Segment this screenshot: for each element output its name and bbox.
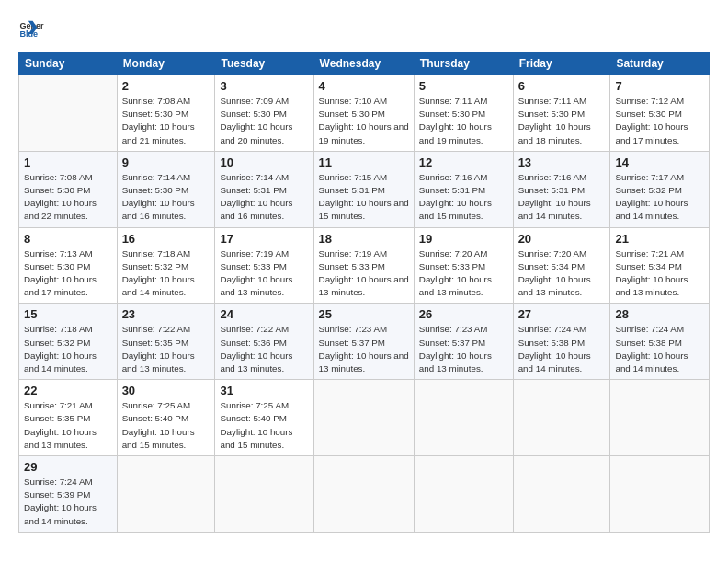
day-info: Sunrise: 7:09 AM Sunset: 5:30 PM Dayligh… [220, 95, 308, 147]
day-number: 23 [122, 307, 210, 321]
col-header-friday: Friday [513, 52, 610, 75]
col-header-saturday: Saturday [610, 52, 710, 75]
calendar-cell [19, 75, 118, 152]
calendar-cell: 27Sunrise: 7:24 AM Sunset: 5:38 PM Dayli… [513, 304, 610, 380]
page: General Blue SundayMondayTuesdayWednesda… [0, 0, 728, 563]
day-number: 27 [518, 307, 606, 321]
calendar-cell: 19Sunrise: 7:20 AM Sunset: 5:33 PM Dayli… [414, 227, 513, 304]
calendar-cell: 16Sunrise: 7:18 AM Sunset: 5:32 PM Dayli… [117, 227, 215, 304]
day-number: 22 [24, 384, 112, 397]
day-number: 21 [615, 232, 704, 246]
day-info: Sunrise: 7:08 AM Sunset: 5:30 PM Dayligh… [24, 171, 112, 224]
day-info: Sunrise: 7:24 AM Sunset: 5:38 PM Dayligh… [615, 323, 704, 375]
day-number: 19 [419, 232, 508, 246]
day-info: Sunrise: 7:19 AM Sunset: 5:33 PM Dayligh… [220, 247, 308, 300]
calendar-cell: 10Sunrise: 7:14 AM Sunset: 5:31 PM Dayli… [215, 151, 313, 227]
calendar-week-row: 8Sunrise: 7:13 AM Sunset: 5:30 PM Daylig… [19, 227, 710, 304]
calendar-cell: 21Sunrise: 7:21 AM Sunset: 5:34 PM Dayli… [610, 227, 710, 304]
calendar-cell [215, 456, 313, 533]
logo: General Blue [18, 17, 48, 42]
calendar-cell: 31Sunrise: 7:25 AM Sunset: 5:40 PM Dayli… [215, 380, 313, 456]
day-number: 31 [220, 384, 308, 397]
day-info: Sunrise: 7:22 AM Sunset: 5:36 PM Dayligh… [220, 323, 308, 375]
calendar-cell: 22Sunrise: 7:21 AM Sunset: 5:35 PM Dayli… [19, 380, 118, 456]
calendar-cell: 29Sunrise: 7:24 AM Sunset: 5:39 PM Dayli… [19, 456, 118, 533]
calendar-cell: 24Sunrise: 7:22 AM Sunset: 5:36 PM Dayli… [215, 304, 313, 380]
day-info: Sunrise: 7:21 AM Sunset: 5:35 PM Dayligh… [24, 399, 112, 452]
calendar-cell: 20Sunrise: 7:20 AM Sunset: 5:34 PM Dayli… [513, 227, 610, 304]
calendar-week-row: 1Sunrise: 7:08 AM Sunset: 5:30 PM Daylig… [19, 151, 710, 227]
calendar-cell: 1Sunrise: 7:08 AM Sunset: 5:30 PM Daylig… [19, 151, 118, 227]
day-number: 30 [122, 384, 210, 397]
calendar-cell [610, 456, 710, 533]
calendar-cell: 15Sunrise: 7:18 AM Sunset: 5:32 PM Dayli… [19, 304, 118, 380]
day-info: Sunrise: 7:23 AM Sunset: 5:37 PM Dayligh… [319, 323, 409, 375]
day-info: Sunrise: 7:13 AM Sunset: 5:30 PM Dayligh… [24, 247, 112, 300]
day-info: Sunrise: 7:18 AM Sunset: 5:32 PM Dayligh… [122, 247, 210, 300]
calendar-cell: 26Sunrise: 7:23 AM Sunset: 5:37 PM Dayli… [414, 304, 513, 380]
day-number: 20 [518, 232, 606, 246]
calendar-cell: 13Sunrise: 7:16 AM Sunset: 5:31 PM Dayli… [513, 151, 610, 227]
calendar-cell [414, 380, 513, 456]
logo-icon: General Blue [18, 17, 44, 42]
calendar-week-row: 2Sunrise: 7:08 AM Sunset: 5:30 PM Daylig… [19, 75, 710, 152]
col-header-tuesday: Tuesday [215, 52, 313, 75]
calendar-cell: 14Sunrise: 7:17 AM Sunset: 5:32 PM Dayli… [610, 151, 710, 227]
day-number: 12 [419, 155, 508, 169]
day-info: Sunrise: 7:20 AM Sunset: 5:34 PM Dayligh… [518, 247, 606, 300]
day-number: 16 [122, 232, 210, 246]
day-info: Sunrise: 7:25 AM Sunset: 5:40 PM Dayligh… [220, 399, 308, 452]
day-number: 2 [122, 79, 210, 93]
calendar-cell [313, 380, 414, 456]
header: General Blue [18, 17, 710, 42]
day-number: 5 [419, 79, 508, 93]
calendar-cell: 11Sunrise: 7:15 AM Sunset: 5:31 PM Dayli… [313, 151, 414, 227]
col-header-sunday: Sunday [19, 52, 118, 75]
day-number: 15 [24, 307, 112, 321]
day-number: 6 [518, 79, 606, 93]
calendar-cell [513, 380, 610, 456]
calendar-cell: 17Sunrise: 7:19 AM Sunset: 5:33 PM Dayli… [215, 227, 313, 304]
day-number: 3 [220, 79, 308, 93]
calendar-week-row: 22Sunrise: 7:21 AM Sunset: 5:35 PM Dayli… [19, 380, 710, 456]
calendar-week-row: 15Sunrise: 7:18 AM Sunset: 5:32 PM Dayli… [19, 304, 710, 380]
calendar-cell [313, 456, 414, 533]
day-number: 10 [220, 155, 308, 169]
day-number: 11 [319, 155, 409, 169]
day-number: 18 [319, 232, 409, 246]
day-info: Sunrise: 7:14 AM Sunset: 5:30 PM Dayligh… [122, 171, 210, 224]
calendar-cell: 28Sunrise: 7:24 AM Sunset: 5:38 PM Dayli… [610, 304, 710, 380]
day-info: Sunrise: 7:25 AM Sunset: 5:40 PM Dayligh… [122, 399, 210, 452]
calendar-cell: 18Sunrise: 7:19 AM Sunset: 5:33 PM Dayli… [313, 227, 414, 304]
day-number: 4 [319, 79, 409, 93]
day-number: 8 [24, 232, 112, 246]
day-info: Sunrise: 7:15 AM Sunset: 5:31 PM Dayligh… [319, 171, 409, 224]
day-number: 9 [122, 155, 210, 169]
day-number: 26 [419, 307, 508, 321]
day-info: Sunrise: 7:24 AM Sunset: 5:39 PM Dayligh… [24, 476, 112, 528]
calendar-week-row: 29Sunrise: 7:24 AM Sunset: 5:39 PM Dayli… [19, 456, 710, 533]
calendar-cell [414, 456, 513, 533]
day-info: Sunrise: 7:08 AM Sunset: 5:30 PM Dayligh… [122, 95, 210, 147]
day-number: 1 [24, 155, 112, 169]
svg-text:Blue: Blue [19, 29, 38, 39]
calendar-cell: 23Sunrise: 7:22 AM Sunset: 5:35 PM Dayli… [117, 304, 215, 380]
col-header-wednesday: Wednesday [313, 52, 414, 75]
day-number: 28 [615, 307, 704, 321]
day-info: Sunrise: 7:10 AM Sunset: 5:30 PM Dayligh… [319, 95, 409, 147]
calendar-cell: 2Sunrise: 7:08 AM Sunset: 5:30 PM Daylig… [117, 75, 215, 152]
day-number: 25 [319, 307, 409, 321]
day-info: Sunrise: 7:21 AM Sunset: 5:34 PM Dayligh… [615, 247, 704, 300]
calendar-cell: 7Sunrise: 7:12 AM Sunset: 5:30 PM Daylig… [610, 75, 710, 152]
day-info: Sunrise: 7:19 AM Sunset: 5:33 PM Dayligh… [319, 247, 409, 300]
calendar-cell: 9Sunrise: 7:14 AM Sunset: 5:30 PM Daylig… [117, 151, 215, 227]
calendar-cell: 12Sunrise: 7:16 AM Sunset: 5:31 PM Dayli… [414, 151, 513, 227]
day-info: Sunrise: 7:18 AM Sunset: 5:32 PM Dayligh… [24, 323, 112, 375]
day-number: 14 [615, 155, 704, 169]
day-info: Sunrise: 7:17 AM Sunset: 5:32 PM Dayligh… [615, 171, 704, 224]
day-info: Sunrise: 7:24 AM Sunset: 5:38 PM Dayligh… [518, 323, 606, 375]
col-header-monday: Monday [117, 52, 215, 75]
day-info: Sunrise: 7:16 AM Sunset: 5:31 PM Dayligh… [419, 171, 508, 224]
day-info: Sunrise: 7:23 AM Sunset: 5:37 PM Dayligh… [419, 323, 508, 375]
day-number: 13 [518, 155, 606, 169]
